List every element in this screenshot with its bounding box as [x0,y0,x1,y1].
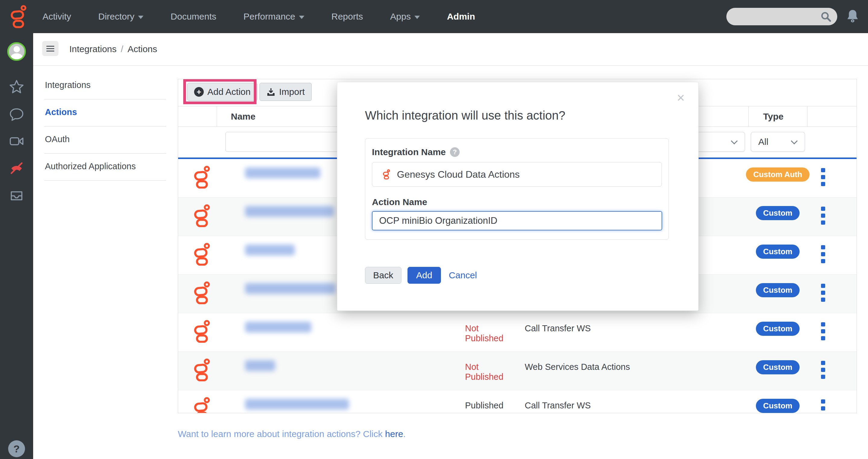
genesys-logo-icon[interactable] [8,5,29,30]
plus-icon: + [194,87,204,97]
column-actions [807,106,857,127]
cancel-link[interactable]: Cancel [449,270,477,281]
status-text: Published [458,390,519,413]
sidebar-item-authorized-applications[interactable]: Authorized Applications [44,154,166,181]
close-icon[interactable]: ✕ [677,92,685,104]
status-text: Not Published [458,352,519,390]
table-row: Not PublishedCall Transfer WSCustom [178,313,857,352]
left-rail: ? [0,33,33,459]
redacted-action-name-link[interactable] [245,283,336,294]
nav-item-directory[interactable]: Directory [98,11,144,22]
modal-form-panel: Integration Name ? Genesys Cloud Data Ac… [365,138,669,240]
import-icon [267,87,276,96]
top-nav-items: ActivityDirectoryDocumentsPerformanceRep… [42,0,475,33]
redacted-action-name-link[interactable] [245,167,320,178]
kebab-menu-button[interactable] [807,198,857,225]
redacted-action-name-link[interactable] [245,399,349,409]
type-badge: Custom [756,360,800,374]
breadcrumb-page: Actions [127,44,157,54]
genesys-row-logo-icon [193,397,211,413]
help-tooltip-icon[interactable]: ? [450,147,460,157]
integration-name-label: Integration Name ? [372,147,662,157]
nav-item-reports[interactable]: Reports [332,11,363,22]
redacted-action-name-link[interactable] [245,322,311,332]
type-badge: Custom [756,322,800,336]
breadcrumb-section[interactable]: Integrations [69,44,117,54]
kebab-menu-button[interactable] [807,390,857,413]
breadcrumb: Integrations / Actions [69,44,157,54]
integration-name-value: Genesys Cloud Data Actions [397,169,520,180]
integration-name-text: Web Services Data Actions [519,352,748,390]
redacted-action-name-link[interactable] [245,360,275,371]
chevron-down-icon [791,138,798,144]
table-row: PublishedCall Transfer WSCustom [178,390,857,413]
genesys-row-logo-icon [193,281,211,305]
genesys-row-logo-icon [193,166,211,190]
sidebar-item-oauth[interactable]: OAuth [44,127,166,154]
chevron-down-icon [138,16,144,19]
nav-item-activity[interactable]: Activity [42,11,71,22]
user-avatar[interactable] [0,42,33,61]
notifications-bell-icon[interactable] [846,8,860,24]
kebab-menu-button[interactable] [807,159,857,186]
type-badge: Custom Auth [746,167,809,182]
genesys-row-logo-icon [193,204,211,228]
search-icon [820,10,832,23]
type-badge: Custom [756,206,800,220]
modal-title: Which integration will use this action? [365,109,565,122]
chevron-down-icon [414,16,420,19]
kebab-menu-button[interactable] [807,352,857,379]
nav-item-apps[interactable]: Apps [390,11,420,22]
nav-item-admin[interactable]: Admin [447,11,475,22]
here-link[interactable]: here [385,429,403,439]
help-icon[interactable]: ? [0,440,33,457]
redacted-action-name-link[interactable] [245,244,295,255]
sidebar-item-integrations[interactable]: Integrations [44,72,166,99]
genesys-mini-logo-icon [382,169,390,179]
redacted-action-name-link[interactable] [245,206,334,217]
genesys-row-logo-icon [193,358,211,383]
integration-name-select[interactable]: Genesys Cloud Data Actions [372,162,662,187]
action-name-input[interactable] [372,211,662,230]
nav-item-performance[interactable]: Performance [244,11,304,22]
action-name-label: Action Name [372,197,662,207]
chat-icon[interactable] [0,107,33,122]
search-input[interactable] [726,8,837,25]
breadcrumb-bar: Integrations / Actions [33,33,868,66]
status-text: Not Published [458,313,519,352]
phone-disabled-icon[interactable] [0,161,33,176]
table-row: Not PublishedWeb Services Data ActionsCu… [178,352,857,390]
breadcrumb-separator: / [121,44,123,54]
genesys-row-logo-icon [193,320,211,344]
integration-name-text: Call Transfer WS [519,390,748,413]
add-button[interactable]: Add [407,267,441,284]
type-filter-dropdown[interactable]: All [751,132,805,152]
genesys-admin-app: ActivityDirectoryDocumentsPerformanceRep… [0,0,868,459]
learn-more-text: Want to learn more about integration act… [178,429,406,439]
chevron-down-icon [731,138,738,144]
add-action-modal: ✕ Which integration will use this action… [337,82,699,311]
column-type[interactable]: Type [748,106,807,127]
kebab-menu-button[interactable] [807,236,857,263]
top-nav: ActivityDirectoryDocumentsPerformanceRep… [0,0,868,33]
sidebar-item-actions[interactable]: Actions [44,99,166,127]
inbox-icon[interactable] [0,188,33,202]
video-icon[interactable] [0,134,33,149]
add-action-button[interactable]: + Add Action [187,83,257,101]
type-badge: Custom [756,283,800,297]
chevron-down-icon [299,16,304,19]
favorites-star-icon[interactable] [0,79,33,95]
import-button[interactable]: Import [259,83,312,101]
integration-name-text: Call Transfer WS [519,313,748,352]
modal-buttons: Back Add Cancel [365,267,477,284]
type-badge: Custom [756,399,800,413]
column-icon [178,106,217,127]
type-badge: Custom [756,244,800,259]
kebab-menu-button[interactable] [807,275,857,302]
kebab-menu-button[interactable] [807,313,857,340]
back-button[interactable]: Back [365,267,401,284]
menu-toggle-button[interactable] [42,41,59,56]
nav-item-documents[interactable]: Documents [170,11,216,22]
integrations-side-menu: IntegrationsActionsOAuthAuthorized Appli… [44,72,166,181]
genesys-row-logo-icon [193,243,211,267]
